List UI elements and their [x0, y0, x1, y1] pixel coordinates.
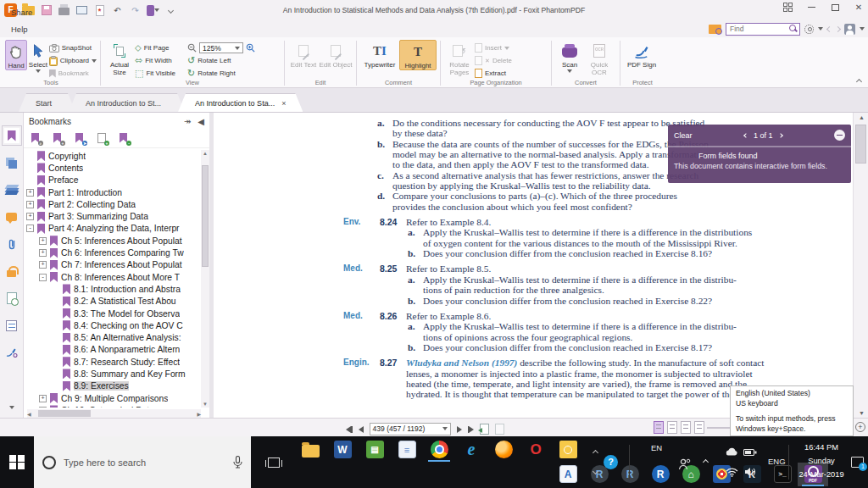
fields-panel-tab[interactable]: [4, 318, 19, 333]
bookmark-item[interactable]: Ch 6: Inferences Comparing Tw: [24, 247, 201, 258]
bookmark-item[interactable]: 8.3: The Model for Observa: [24, 308, 201, 319]
layout-grid-icon[interactable]: [782, 2, 793, 13]
scroll-up-icon[interactable]: [593, 450, 598, 456]
redo-icon[interactable]: ↷: [129, 4, 142, 17]
taskbar-clock[interactable]: 16:44 PM Sunday 24-Mar-2019: [793, 441, 849, 481]
notepad-icon[interactable]: ≡: [392, 438, 422, 462]
bookmark-expand-icon[interactable]: ⌕: [31, 133, 42, 145]
zoom-level-combo[interactable]: 125%: [199, 42, 243, 53]
zoom-in-icon[interactable]: [246, 43, 255, 53]
snipping-app-icon[interactable]: ▤: [359, 438, 390, 462]
continuous-facing-mode-icon[interactable]: [694, 421, 704, 434]
scroll-thumb[interactable]: [202, 165, 209, 267]
bookmark-item[interactable]: Part 2: Collecting Data: [24, 198, 201, 210]
nav-back-icon[interactable]: [826, 25, 832, 31]
bookmark-button[interactable]: Bookmark: [49, 68, 97, 79]
bookmark-item[interactable]: Part 3: Summarizing Data: [24, 210, 201, 222]
expander-box[interactable]: [39, 395, 47, 402]
snapshot-button[interactable]: SnapShot: [49, 42, 97, 53]
fit-page-button[interactable]: ⬦Fit Page: [135, 42, 187, 53]
rotate-right-button[interactable]: ↻Rotate Right: [187, 68, 272, 79]
clear-button[interactable]: Clear: [674, 131, 693, 140]
zoom-plus-icon[interactable]: +: [855, 422, 865, 432]
document-tab[interactable]: An Introduction to St...: [69, 93, 185, 112]
bookmark-goto-icon[interactable]: ➤: [75, 133, 86, 145]
task-view-button[interactable]: [259, 436, 288, 488]
expander-box[interactable]: [39, 237, 47, 245]
opera-icon[interactable]: O: [520, 438, 551, 462]
rstudio-alt-icon[interactable]: R: [615, 463, 645, 486]
pages-panel-tab[interactable]: [4, 155, 19, 170]
next-page-button[interactable]: [457, 421, 462, 436]
fit-visible-button[interactable]: ⬚Fit Visible: [135, 68, 187, 79]
rotate-pages-button[interactable]: ↺ Rotate Pages: [444, 40, 475, 76]
edit-text-button[interactable]: Edit Text: [288, 40, 319, 69]
print-icon[interactable]: [58, 4, 70, 17]
minimize-button[interactable]: [805, 2, 817, 13]
nav-forward-icon[interactable]: [835, 25, 841, 31]
bookmark-item[interactable]: 8.9: Exercises: [24, 380, 201, 392]
destinations-panel-tab[interactable]: [4, 291, 19, 306]
account-caret-icon[interactable]: [860, 27, 865, 30]
close-button[interactable]: ✕: [853, 2, 865, 13]
email-icon[interactable]: [75, 4, 88, 17]
select-tool-button[interactable]: Select: [27, 40, 49, 73]
edge-icon[interactable]: e: [456, 438, 487, 462]
bookmark-item[interactable]: Ch 7: Inferences About Populat: [24, 259, 201, 271]
prev-field-icon[interactable]: [743, 133, 748, 138]
power-battery-icon[interactable]: [743, 447, 757, 457]
signatures-panel-tab[interactable]: [4, 345, 19, 360]
expander-box[interactable]: [26, 213, 34, 220]
hand-signature-tool-icon[interactable]: [147, 4, 159, 17]
bookmark-item[interactable]: 8.4: Checking on the AOV C: [24, 319, 201, 331]
expander-box[interactable]: [26, 225, 34, 232]
volume-icon[interactable]: [744, 467, 756, 477]
delete-button[interactable]: ✕Delete: [475, 55, 541, 66]
search-icon[interactable]: [789, 25, 798, 33]
firefox-icon[interactable]: [488, 438, 519, 462]
bookmark-item[interactable]: 8.2: A Statistical Test Abou: [24, 296, 201, 308]
gear-caret-icon[interactable]: [818, 27, 823, 30]
word-icon[interactable]: W: [327, 438, 358, 462]
edit-object-button[interactable]: Edit Object: [319, 40, 353, 69]
expand-panel-icon[interactable]: ↠: [184, 117, 191, 126]
scroll-thumb[interactable]: [38, 410, 91, 417]
search-folder-icon[interactable]: [709, 25, 721, 34]
quick-ocr-button[interactable]: OCR Quick OCR: [584, 40, 615, 76]
bookmarks-vertical-scrollbar[interactable]: ▲ ▼: [201, 150, 209, 408]
bookmark-item[interactable]: Part 4: Analyzing the Data, Interpr: [24, 223, 201, 235]
expander-box[interactable]: [26, 201, 34, 208]
close-tab-icon[interactable]: ×: [281, 99, 286, 108]
bookmark-item[interactable]: 8.1: Introduction and Abstra: [24, 283, 201, 295]
bookmark-item[interactable]: Part 1: Introduction: [24, 186, 201, 198]
bookmark-item[interactable]: 8.7: Research Study: Effect: [24, 356, 201, 368]
bookmark-item[interactable]: Ch 9: Multiple Comparisons: [24, 392, 201, 404]
maximize-button[interactable]: [829, 2, 841, 13]
start-button[interactable]: [0, 436, 34, 488]
insert-button[interactable]: Insert: [475, 42, 541, 53]
layers-panel-tab[interactable]: [4, 182, 19, 197]
bookmark-item[interactable]: Copyright: [24, 150, 201, 162]
people-icon[interactable]: [678, 458, 692, 470]
comments-panel-tab[interactable]: [4, 209, 19, 225]
bookmark-item[interactable]: 8.5: An Alternative Analysis:: [24, 331, 201, 343]
account-avatar[interactable]: [844, 24, 855, 35]
typewriter-button[interactable]: TI Typewriter: [360, 40, 399, 69]
attachments-panel-tab[interactable]: [4, 236, 19, 252]
bookmark-item[interactable]: Ch 5: Inferences About Populat: [24, 235, 201, 247]
page-vertical-scrollbar[interactable]: ▲ ▼: [853, 113, 868, 418]
onedrive-cloud-icon[interactable]: [725, 446, 739, 457]
actual-size-button[interactable]: Actual Size: [104, 40, 135, 76]
bookmark-item[interactable]: Preface: [24, 175, 201, 186]
bookmark-item[interactable]: 8.6: A Nonparametric Altern: [24, 344, 201, 356]
gear-icon[interactable]: [804, 25, 814, 34]
scroll-up-icon[interactable]: ▲: [859, 114, 865, 120]
expander-box[interactable]: [39, 274, 47, 281]
text-editor-icon[interactable]: A: [553, 463, 583, 486]
expander-box[interactable]: [39, 407, 47, 408]
continuous-mode-icon[interactable]: [667, 421, 677, 434]
scroll-down-icon[interactable]: [593, 469, 598, 474]
sticky-notes-icon[interactable]: [553, 438, 583, 462]
first-page-button[interactable]: [346, 421, 353, 436]
scan-button[interactable]: Scan: [555, 40, 584, 73]
